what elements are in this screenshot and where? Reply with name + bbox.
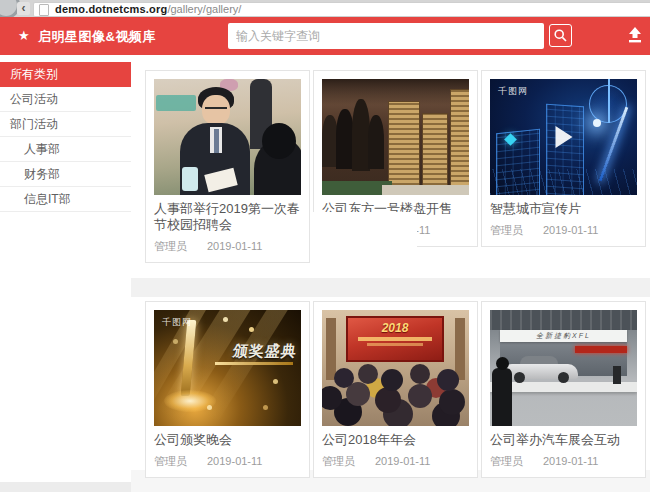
building-model bbox=[388, 101, 420, 189]
glasses-shape bbox=[205, 107, 227, 109]
card-author: 管理员 bbox=[490, 454, 523, 469]
card-date: 2019-01-11 bbox=[543, 454, 598, 469]
building-glass bbox=[490, 310, 637, 330]
gallery-card[interactable]: 全新捷豹XFL 公司举办汽车展会互动 管理员 2019-01-11 bbox=[481, 301, 646, 478]
sparkle-dots bbox=[154, 310, 157, 313]
gold-underline bbox=[215, 362, 293, 365]
wood-pillar bbox=[455, 318, 465, 380]
card-title[interactable]: 公司颁奖晚会 bbox=[154, 432, 301, 448]
building-model bbox=[450, 89, 469, 191]
model-base bbox=[382, 185, 469, 195]
table-shape bbox=[156, 95, 196, 111]
url-path: /gallery/gallery/ bbox=[167, 3, 241, 16]
crowd-silhouettes bbox=[322, 310, 334, 322]
card-author: 管理员 bbox=[154, 454, 187, 469]
card-date: 2019-01-11 bbox=[207, 239, 262, 254]
stage-screen: 2018 bbox=[346, 316, 444, 362]
gallery-grid: 人事部举行2019第一次春节校园招聘会 管理员 2019-01-11 bbox=[131, 55, 650, 492]
person-head bbox=[496, 357, 509, 370]
thumbnail-annual-meeting[interactable]: 2018 bbox=[322, 310, 469, 426]
wireframe-floor bbox=[490, 169, 637, 195]
gallery-card[interactable]: 千图网 颁奖盛典 公司颁奖晚会 管理员 2019-01-11 bbox=[145, 301, 310, 478]
sidebar-item-hr-dept[interactable]: 人事部 bbox=[0, 137, 131, 162]
sidebar: 所有类别 公司活动 部门活动 人事部 财务部 信息IT部 bbox=[0, 55, 131, 482]
thumbnail-award-gala[interactable]: 千图网 颁奖盛典 bbox=[154, 310, 301, 426]
gallery-card[interactable]: 千图网 智慧城市宣传片 管理员 2019-01-11 bbox=[481, 70, 646, 247]
card-author: 管理员 bbox=[322, 454, 355, 469]
watermark-text: 千图网 bbox=[498, 85, 528, 98]
car-wheel bbox=[514, 372, 525, 383]
watermark-text: 千图网 bbox=[162, 316, 192, 329]
tower-spire bbox=[608, 79, 610, 123]
card-author: 管理员 bbox=[154, 239, 187, 254]
person-silhouette bbox=[492, 368, 512, 426]
card-title[interactable]: 公司2018年年会 bbox=[322, 432, 469, 448]
thumbnail-car-show[interactable]: 全新捷豹XFL bbox=[490, 310, 637, 426]
banner-text: 全新捷豹XFL bbox=[500, 330, 627, 342]
gallery-row: 人事部举行2019第一次春节校园招聘会 管理员 2019-01-11 bbox=[131, 70, 650, 263]
gallery-card[interactable]: 2018 公司2018年年会 管理员 2019-01-11 bbox=[313, 301, 478, 478]
white-overlay-artifact bbox=[313, 212, 417, 260]
thumbnail-smart-city-video[interactable]: 千图网 bbox=[490, 79, 637, 195]
url-host: demo.dotnetcms.org bbox=[55, 3, 167, 16]
sidebar-item-company-events[interactable]: 公司活动 bbox=[0, 87, 131, 112]
stage-text-bar bbox=[367, 343, 423, 346]
address-bar[interactable]: demo.dotnetcms.org /gallery/gallery/ bbox=[33, 2, 650, 17]
building-model bbox=[422, 113, 448, 189]
card-meta: 管理员 2019-01-11 bbox=[154, 454, 301, 469]
category-list: 所有类别 公司活动 部门活动 人事部 财务部 信息IT部 bbox=[0, 62, 131, 212]
play-icon[interactable] bbox=[555, 126, 572, 148]
thumbnail-recruitment-fair[interactable] bbox=[154, 79, 301, 195]
gala-title-text: 颁奖盛典 bbox=[232, 342, 299, 361]
browser-chrome: ‹ demo.dotnetcms.org /gallery/gallery/ bbox=[0, 0, 650, 17]
app-header: ★ 启明星图像&视频库 bbox=[0, 17, 650, 55]
person-silhouette bbox=[613, 366, 621, 384]
card-date: 2019-01-11 bbox=[543, 223, 598, 238]
card-date: 2019-01-11 bbox=[375, 454, 430, 469]
light-glow bbox=[593, 119, 601, 127]
led-sign bbox=[575, 346, 627, 353]
background-footer-strip bbox=[0, 482, 131, 492]
card-meta: 管理员 2019-01-11 bbox=[490, 454, 637, 469]
search-button[interactable] bbox=[549, 24, 572, 47]
search-icon bbox=[553, 28, 568, 43]
car-wheel bbox=[558, 372, 569, 383]
stage-text-bar bbox=[358, 337, 432, 341]
browser-window: ‹ demo.dotnetcms.org /gallery/gallery/ ★… bbox=[0, 0, 650, 492]
card-meta: 管理员 2019-01-11 bbox=[154, 239, 301, 254]
brand-title: 启明星图像&视频库 bbox=[38, 28, 156, 46]
banner-strip: 全新捷豹XFL bbox=[500, 330, 627, 342]
interviewer-head bbox=[262, 123, 296, 159]
card-meta: 管理员 2019-01-11 bbox=[490, 223, 637, 238]
wood-pillar bbox=[326, 318, 336, 380]
card-date: 2019-01-11 bbox=[207, 454, 262, 469]
stage-year-text: 2018 bbox=[348, 321, 442, 335]
card-title[interactable]: 人事部举行2019第一次春节校园招聘会 bbox=[154, 201, 301, 233]
sidebar-item-department-events[interactable]: 部门活动 bbox=[0, 112, 131, 137]
star-icon: ★ bbox=[18, 28, 30, 43]
page-icon bbox=[39, 4, 49, 16]
upload-icon[interactable] bbox=[627, 26, 643, 44]
sidebar-item-all-categories[interactable]: 所有类别 bbox=[0, 62, 131, 87]
cup-shape bbox=[182, 167, 198, 191]
search-input[interactable] bbox=[228, 23, 544, 49]
person-face bbox=[202, 95, 230, 125]
card-title[interactable]: 智慧城市宣传片 bbox=[490, 201, 637, 217]
thumbnail-property-launch[interactable] bbox=[322, 79, 469, 195]
gallery-card[interactable]: 人事部举行2019第一次春节校园招聘会 管理员 2019-01-11 bbox=[145, 70, 310, 263]
card-meta: 管理员 2019-01-11 bbox=[322, 454, 469, 469]
sidebar-item-finance-dept[interactable]: 财务部 bbox=[0, 162, 131, 187]
back-icon[interactable]: ‹ bbox=[17, 2, 30, 15]
gold-burst bbox=[164, 390, 216, 412]
card-title[interactable]: 公司举办汽车展会互动 bbox=[490, 432, 637, 448]
card-author: 管理员 bbox=[490, 223, 523, 238]
tie-shape bbox=[214, 129, 219, 153]
gallery-card[interactable]: 公司东方一号楼盘开售 管理员 2019-01-11 bbox=[313, 70, 478, 247]
gallery-row: 千图网 颁奖盛典 公司颁奖晚会 管理员 2019-01-11 bbox=[131, 301, 650, 478]
sidebar-item-it-dept[interactable]: 信息IT部 bbox=[0, 187, 131, 212]
person-silhouette bbox=[368, 115, 384, 169]
